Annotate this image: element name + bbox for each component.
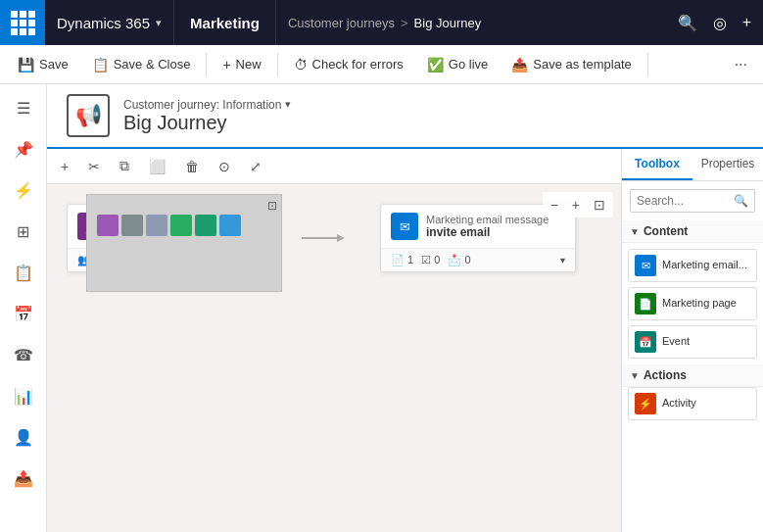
minimap-color-5 bbox=[195, 215, 216, 236]
toolbar-divider-2 bbox=[277, 53, 278, 76]
app-name: Dynamics 365 bbox=[57, 15, 150, 31]
expand-tool[interactable]: ⤢ bbox=[246, 155, 265, 178]
camera-tool[interactable]: ⊙ bbox=[215, 155, 234, 178]
toolbox-search: 🔍 bbox=[630, 189, 755, 213]
record-name: Big Journey bbox=[123, 112, 291, 134]
delete-tool[interactable]: 🗑 bbox=[181, 155, 203, 178]
toolbox-activity-label: Activity bbox=[662, 397, 696, 410]
toolbox-page-label: Marketing page bbox=[662, 297, 737, 310]
content-section-header[interactable]: ▼ Content bbox=[622, 220, 763, 243]
zoom-in-button[interactable]: + bbox=[567, 195, 585, 215]
actions-section-header[interactable]: ▼ Actions bbox=[622, 364, 763, 387]
canvas-wrapper: + ✂ ⧉ ⬜ 🗑 ⊙ ⤢ − + ⊡ bbox=[47, 149, 763, 532]
tab-toolbox[interactable]: Toolbox bbox=[622, 149, 692, 180]
minimap-color-4 bbox=[170, 215, 192, 236]
zoom-out-button[interactable]: − bbox=[546, 195, 563, 215]
minimap-color-6 bbox=[219, 215, 241, 236]
add-node-button[interactable]: + bbox=[57, 155, 72, 178]
toolbox-item-email[interactable]: ✉ Marketing email... bbox=[628, 249, 757, 282]
waffle-button[interactable] bbox=[0, 0, 45, 45]
more-button[interactable]: ··· bbox=[727, 51, 755, 78]
record-icon: 📢 bbox=[67, 94, 110, 137]
sidebar-grid-icon[interactable]: ⊞ bbox=[4, 212, 43, 251]
go-live-icon: ✅ bbox=[427, 57, 444, 73]
email-node-subtitle: invite email bbox=[426, 225, 548, 239]
record-info: Customer journey: Information ▾ Big Jour… bbox=[123, 98, 291, 134]
main-layout: ☰ 📌 ⚡ ⊞ 📋 📅 ☎ 📊 👤 📤 📢 Customer journey: … bbox=[0, 84, 763, 532]
sidebar-chart-icon[interactable]: 📊 bbox=[4, 376, 43, 415]
tab-properties[interactable]: Properties bbox=[692, 149, 763, 180]
email-stat-1: 📄 1 bbox=[391, 254, 413, 266]
toolbox-item-activity[interactable]: ⚡ Activity bbox=[628, 387, 757, 420]
toolbar-divider-3 bbox=[647, 53, 648, 76]
app-switcher[interactable]: Dynamics 365 ▾ bbox=[45, 0, 174, 45]
actions-section-label: Actions bbox=[644, 368, 687, 382]
sidebar-pin-icon[interactable]: 📌 bbox=[4, 129, 43, 169]
zoom-fit-button[interactable]: ⊡ bbox=[589, 195, 610, 215]
copy-tool[interactable]: ⧉ bbox=[116, 154, 133, 178]
new-icon: + bbox=[222, 57, 230, 73]
email-expand-button[interactable]: ▾ bbox=[560, 255, 565, 266]
new-button[interactable]: + New bbox=[213, 52, 270, 77]
paste-tool[interactable]: ⬜ bbox=[145, 155, 169, 178]
go-live-button[interactable]: ✅ Go live bbox=[417, 52, 498, 77]
email-node-footer: 📄 1 ☑ 0 📩 0 ▾ bbox=[381, 249, 575, 271]
breadcrumb-separator: > bbox=[401, 16, 408, 30]
search-icon[interactable]: 🔍 bbox=[678, 14, 697, 32]
save-template-icon: 📤 bbox=[511, 57, 528, 73]
minimap-colors bbox=[87, 195, 281, 256]
minimap-color-1 bbox=[97, 215, 119, 236]
save-button[interactable]: 💾 Save bbox=[8, 52, 78, 77]
check-icon: ⏱ bbox=[294, 57, 308, 73]
sidebar-person-icon[interactable]: 👤 bbox=[4, 417, 43, 457]
toolbar: 💾 Save 📋 Save & Close + New ⏱ Check for … bbox=[0, 45, 763, 84]
email-stat-3: 📩 0 bbox=[448, 254, 470, 266]
check-errors-button[interactable]: ⏱ Check for errors bbox=[284, 52, 413, 77]
add-icon[interactable]: + bbox=[742, 14, 751, 31]
sidebar-clipboard-icon[interactable]: 📋 bbox=[4, 253, 43, 292]
breadcrumb-current: Big Journey bbox=[414, 16, 482, 30]
entity-label[interactable]: Customer journey: Information ▾ bbox=[123, 98, 291, 112]
sidebar-phone-icon[interactable]: ☎ bbox=[4, 335, 43, 374]
save-close-icon: 📋 bbox=[92, 57, 109, 73]
content-area: 📢 Customer journey: Information ▾ Big Jo… bbox=[47, 84, 763, 532]
email-stat-2: ☑ 0 bbox=[421, 254, 440, 266]
toolbox-activity-icon: ⚡ bbox=[635, 393, 656, 414]
toolbar-divider-1 bbox=[206, 53, 207, 76]
sidebar: ☰ 📌 ⚡ ⊞ 📋 📅 ☎ 📊 👤 📤 bbox=[0, 84, 47, 532]
save-close-button[interactable]: 📋 Save & Close bbox=[82, 52, 201, 77]
breadcrumb-parent[interactable]: Customer journeys bbox=[288, 16, 395, 30]
canvas-toolbar: + ✂ ⧉ ⬜ 🗑 ⊙ ⤢ bbox=[47, 149, 621, 184]
save-icon: 💾 bbox=[18, 57, 34, 73]
sidebar-upload-icon[interactable]: 📤 bbox=[4, 459, 43, 498]
sidebar-calendar-icon[interactable]: 📅 bbox=[4, 294, 43, 333]
record-header: 📢 Customer journey: Information ▾ Big Jo… bbox=[47, 84, 763, 149]
search-icon: 🔍 bbox=[734, 194, 748, 208]
toolbox-tabs: Toolbox Properties bbox=[622, 149, 763, 181]
search-input[interactable] bbox=[637, 194, 734, 208]
actions-section-arrow: ▼ bbox=[630, 370, 640, 381]
nav-icons: 🔍 ◎ + bbox=[678, 14, 763, 32]
toolbox-event-icon: 📅 bbox=[635, 331, 656, 353]
toolbox-panel: Toolbox Properties 🔍 ▼ Content ✉ Marketi… bbox=[621, 149, 763, 532]
toolbox-item-page[interactable]: 📄 Marketing page bbox=[628, 287, 757, 320]
toolbox-page-icon: 📄 bbox=[635, 293, 656, 314]
minimap: ⊡ bbox=[86, 194, 282, 292]
journey-canvas[interactable]: + ✂ ⧉ ⬜ 🗑 ⊙ ⤢ − + ⊡ bbox=[47, 149, 621, 532]
minimap-icon: ⊡ bbox=[267, 199, 277, 213]
waffle-icon bbox=[11, 11, 35, 35]
target-icon[interactable]: ◎ bbox=[713, 14, 727, 32]
cut-tool[interactable]: ✂ bbox=[84, 155, 104, 178]
sidebar-menu-icon[interactable]: ☰ bbox=[4, 88, 43, 127]
top-nav: Dynamics 365 ▾ Marketing Customer journe… bbox=[0, 0, 763, 45]
node-connector bbox=[302, 237, 341, 239]
sidebar-lightning-icon[interactable]: ⚡ bbox=[4, 170, 43, 210]
email-node-text: Marketing email message invite email bbox=[426, 214, 548, 239]
minimap-color-3 bbox=[146, 215, 167, 236]
email-node-stats: 📄 1 ☑ 0 📩 0 bbox=[391, 254, 471, 266]
content-section-arrow: ▼ bbox=[630, 226, 640, 237]
save-template-button[interactable]: 📤 Save as template bbox=[501, 52, 641, 77]
breadcrumb: Customer journeys > Big Journey bbox=[276, 16, 678, 30]
toolbox-item-event[interactable]: 📅 Event bbox=[628, 325, 757, 359]
connector-line bbox=[302, 237, 341, 239]
